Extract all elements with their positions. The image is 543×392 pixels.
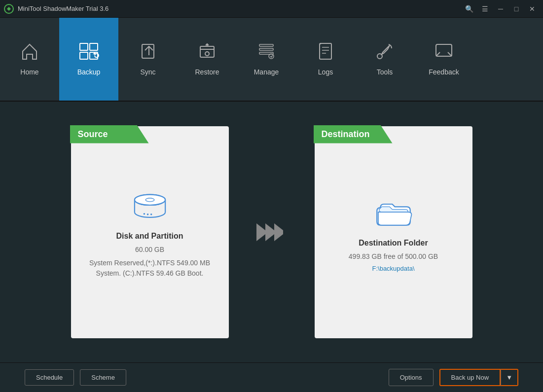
home-icon <box>20 41 39 64</box>
svg-rect-5 <box>142 44 154 58</box>
source-size: 60.00 GB <box>135 245 164 255</box>
backup-dropdown-button[interactable]: ▼ <box>501 369 518 386</box>
backup-now-button[interactable]: Back up Now <box>439 369 501 386</box>
svg-rect-3 <box>80 52 88 59</box>
svg-rect-2 <box>90 43 98 50</box>
nav-backup[interactable]: Backup <box>59 18 118 101</box>
search-button[interactable]: 🔍 <box>462 3 476 15</box>
backup-icon <box>78 41 100 64</box>
logs-icon <box>316 41 335 64</box>
nav-sync[interactable]: Sync <box>118 18 178 101</box>
tools-icon <box>375 41 395 64</box>
nav-backup-label: Backup <box>77 68 101 76</box>
disk-icon <box>130 185 170 227</box>
nav-restore-label: Restore <box>195 68 219 76</box>
triple-arrow-icon <box>258 223 285 241</box>
nav-feedback[interactable]: Feedback <box>414 18 473 101</box>
svg-point-16 <box>377 54 382 59</box>
arrow-area <box>258 223 285 241</box>
nav-restore[interactable]: Restore <box>178 18 237 101</box>
app-title: MiniTool ShadowMaker Trial 3.6 <box>18 5 109 12</box>
nav-logs[interactable]: Logs <box>296 18 355 101</box>
svg-rect-9 <box>259 48 273 50</box>
title-bar: MiniTool ShadowMaker Trial 3.6 🔍 ☰ ─ □ ✕ <box>0 0 543 18</box>
scheme-button[interactable]: Scheme <box>80 369 126 386</box>
svg-point-7 <box>205 52 209 56</box>
folder-icon <box>374 192 413 234</box>
app-logo-icon <box>4 4 14 14</box>
destination-title: Destination Folder <box>359 239 428 248</box>
nav-manage[interactable]: Manage <box>237 18 296 101</box>
svg-rect-1 <box>80 43 88 50</box>
bottom-bar: Schedule Scheme Options Back up Now ▼ <box>0 362 543 392</box>
schedule-button[interactable]: Schedule <box>25 369 74 386</box>
maximize-button[interactable]: □ <box>509 3 523 15</box>
menu-button[interactable]: ☰ <box>478 3 492 15</box>
close-button[interactable]: ✕ <box>525 3 539 15</box>
nav-home-label: Home <box>20 68 38 76</box>
nav-tools-label: Tools <box>377 68 393 76</box>
destination-icon-area <box>374 192 413 234</box>
source-header: Source <box>70 125 149 143</box>
svg-point-26 <box>146 214 148 215</box>
feedback-icon <box>434 41 454 64</box>
options-button[interactable]: Options <box>389 369 434 386</box>
title-bar-controls: 🔍 ☰ ─ □ ✕ <box>462 3 539 15</box>
nav-feedback-label: Feedback <box>429 68 459 76</box>
destination-header: Destination <box>314 125 393 143</box>
main-content: Source <box>0 102 543 362</box>
source-icon-area <box>130 185 170 227</box>
title-bar-left: MiniTool ShadowMaker Trial 3.6 <box>4 4 109 14</box>
svg-rect-12 <box>320 43 331 59</box>
manage-icon <box>256 41 276 64</box>
destination-panel[interactable]: Destination Destination Folder 499.83 GB… <box>315 126 472 338</box>
svg-point-25 <box>143 213 145 215</box>
nav-home[interactable]: Home <box>0 18 59 101</box>
navbar: Home Backup Sync <box>0 18 543 102</box>
svg-point-23 <box>134 195 165 205</box>
source-description: System Reserved,(*:).NTFS 549.00 MB Syst… <box>71 258 229 279</box>
destination-path: F:\backupdata\ <box>372 265 415 272</box>
nav-tools[interactable]: Tools <box>355 18 414 101</box>
source-panel[interactable]: Source <box>71 126 229 338</box>
svg-point-27 <box>150 214 152 215</box>
minimize-button[interactable]: ─ <box>494 3 507 15</box>
nav-sync-label: Sync <box>140 68 155 76</box>
nav-logs-label: Logs <box>318 68 333 76</box>
source-title: Disk and Partition <box>116 232 183 241</box>
nav-manage-label: Manage <box>254 68 279 76</box>
sync-icon <box>138 41 158 64</box>
restore-icon <box>197 41 217 64</box>
right-buttons: Options Back up Now ▼ <box>389 369 518 386</box>
left-buttons: Schedule Scheme <box>25 369 126 386</box>
destination-free-space: 499.83 GB free of 500.00 GB <box>349 251 438 262</box>
dropdown-arrow-icon: ▼ <box>506 374 512 381</box>
svg-rect-8 <box>259 44 273 46</box>
